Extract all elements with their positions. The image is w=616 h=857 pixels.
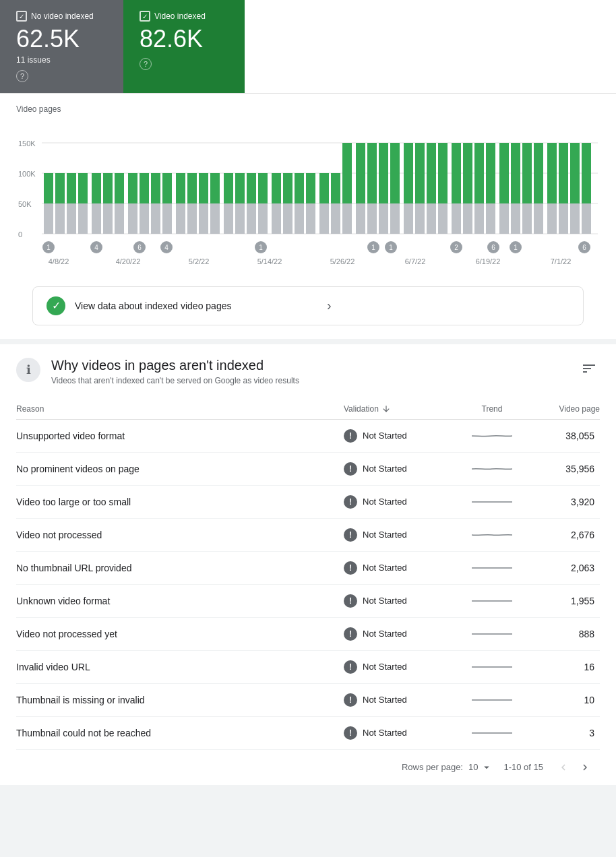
trend-cell (452, 627, 532, 641)
table-row[interactable]: No thumbnail URL provided ! Not Started … (16, 552, 600, 585)
svg-text:4: 4 (164, 244, 168, 251)
bar-gray (570, 203, 580, 234)
count-cell: 3 (532, 728, 600, 738)
trend-sparkline (472, 594, 512, 608)
col-validation-header: Validation (344, 404, 452, 414)
table-row[interactable]: Video not processed ! Not Started 2,676 (16, 519, 600, 552)
reason-cell: Thumbnail could not be reached (16, 728, 344, 738)
svg-text:5/14/22: 5/14/22 (257, 257, 282, 265)
bar-gray (67, 203, 76, 234)
table-row[interactable]: Video too large or too small ! Not Start… (16, 486, 600, 519)
bar-gray (210, 203, 220, 234)
table-footer: Rows per page: 10 1-10 of 15 (16, 750, 600, 785)
validation-cell: ! Not Started (344, 594, 452, 608)
no-video-label: ✓ No video indexed (16, 11, 107, 22)
bar-green (452, 143, 461, 203)
rows-per-page-label: Rows per page: (402, 762, 463, 772)
video-indexed-card: ✓ Video indexed 82.6K ? (123, 0, 245, 93)
not-started-label: Not Started (363, 629, 407, 639)
svg-text:0: 0 (18, 230, 22, 239)
bar-gray (438, 203, 448, 234)
video-indexed-help-icon[interactable]: ? (140, 58, 152, 70)
svg-text:4/20/22: 4/20/22 (116, 257, 141, 265)
filter-icon[interactable] (578, 358, 600, 383)
bar-gray (199, 203, 208, 234)
bar-gray (272, 203, 281, 234)
validation-cell: ! Not Started (344, 693, 452, 707)
bar-gray (474, 203, 484, 234)
table-row[interactable]: Video not processed yet ! Not Started 88… (16, 618, 600, 651)
svg-text:5/26/22: 5/26/22 (330, 257, 355, 265)
trend-cell (452, 726, 532, 740)
bar-green (379, 143, 388, 203)
bar-gray (187, 203, 197, 234)
trend-sparkline (472, 660, 512, 674)
table-row[interactable]: Thumbnail is missing or invalid ! Not St… (16, 684, 600, 717)
bar-gray (547, 203, 557, 234)
bar-green (115, 173, 124, 203)
reason-cell: No thumbnail URL provided (16, 563, 344, 573)
trend-sparkline (472, 528, 512, 542)
bar-green (187, 173, 197, 203)
pagination-next-button[interactable] (576, 758, 594, 777)
bar-green (199, 173, 208, 203)
no-video-issues: 11 issues (16, 55, 107, 65)
not-started-icon: ! (344, 726, 357, 740)
svg-text:1: 1 (514, 244, 518, 251)
bar-gray (235, 203, 245, 234)
bar-green (128, 173, 137, 203)
bar-green (258, 173, 268, 203)
bar-green (522, 143, 532, 203)
bar-gray (404, 203, 413, 234)
not-started-icon: ! (344, 495, 357, 509)
trend-cell (452, 561, 532, 575)
trend-cell (452, 693, 532, 707)
reason-cell: Unsupported video format (16, 431, 344, 441)
bar-gray (78, 203, 88, 234)
svg-text:1: 1 (47, 244, 51, 251)
bar-green (404, 143, 413, 203)
svg-text:4: 4 (94, 244, 98, 251)
rows-per-page: Rows per page: 10 (402, 761, 493, 773)
bar-green (390, 143, 400, 203)
validation-cell: ! Not Started (344, 429, 452, 443)
bar-gray (151, 203, 160, 234)
video-indexed-count: 82.6K (140, 26, 228, 53)
trend-sparkline (472, 561, 512, 575)
bar-green (210, 173, 220, 203)
pagination-prev-button[interactable] (554, 758, 573, 777)
bar-gray (582, 203, 591, 234)
bar-green (162, 173, 172, 203)
trend-sparkline (472, 693, 512, 707)
validation-cell: ! Not Started (344, 627, 452, 641)
view-data-banner[interactable]: ✓ View data about indexed video pages › (32, 286, 584, 325)
why-header-left: ℹ Why videos in pages aren't indexed Vid… (16, 358, 299, 385)
view-data-label: View data about indexed video pages (75, 300, 317, 311)
not-started-label: Not Started (363, 662, 407, 672)
svg-text:7/1/22: 7/1/22 (551, 257, 572, 265)
not-started-icon: ! (344, 627, 357, 641)
count-cell: 2,063 (532, 563, 600, 573)
svg-text:1: 1 (259, 244, 263, 251)
col-trend-header: Trend (452, 404, 532, 414)
bar-green (463, 143, 472, 203)
trend-sparkline (472, 627, 512, 641)
not-started-icon: ! (344, 429, 357, 443)
table-row[interactable]: Thumbnail could not be reached ! Not Sta… (16, 717, 600, 750)
svg-text:50K: 50K (18, 200, 32, 208)
trend-cell (452, 660, 532, 674)
table-row[interactable]: Unknown video format ! Not Started 1,955 (16, 585, 600, 618)
table-row[interactable]: No prominent videos on page ! Not Starte… (16, 453, 600, 486)
green-check-icon: ✓ (47, 296, 65, 315)
trend-sparkline (472, 429, 512, 443)
bar-green (272, 173, 281, 203)
table-row[interactable]: Invalid video URL ! Not Started 16 (16, 651, 600, 684)
table-row[interactable]: Unsupported video format ! Not Started 3… (16, 420, 600, 453)
bar-gray (128, 203, 137, 234)
no-video-help-icon[interactable]: ? (16, 70, 28, 82)
not-started-icon: ! (344, 693, 357, 707)
not-started-icon: ! (344, 660, 357, 674)
validation-cell: ! Not Started (344, 528, 452, 542)
rows-per-page-select[interactable]: 10 (468, 761, 493, 773)
bar-green (306, 173, 315, 203)
